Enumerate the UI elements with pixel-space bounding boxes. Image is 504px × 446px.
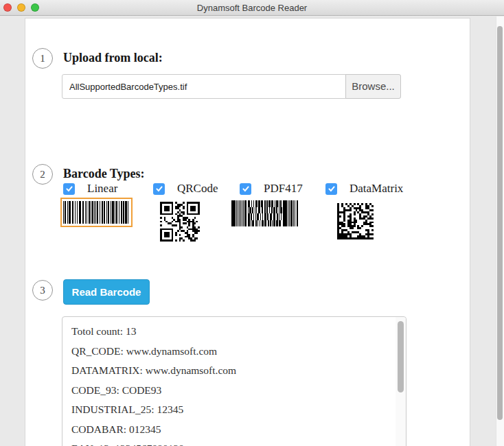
file-path-input[interactable] bbox=[62, 74, 346, 99]
check-icon bbox=[65, 185, 73, 193]
check-icon bbox=[328, 185, 336, 193]
window-title: Dynamsoft Barcode Reader bbox=[0, 0, 504, 16]
linear-checkbox[interactable] bbox=[63, 183, 75, 195]
linear-barcode-image[interactable] bbox=[60, 198, 133, 227]
results-scrollbar-track[interactable] bbox=[396, 317, 406, 446]
step-3-badge: 3 bbox=[32, 280, 53, 301]
title-bar[interactable]: Dynamsoft Barcode Reader bbox=[0, 0, 504, 16]
step-2-badge: 2 bbox=[32, 164, 53, 185]
checkbox-item-datamatrix[interactable]: DataMatrix bbox=[325, 183, 403, 195]
pdf417-checkbox-label[interactable]: PDF417 bbox=[264, 182, 303, 196]
check-icon bbox=[242, 185, 250, 193]
step-1-badge: 1 bbox=[32, 48, 53, 69]
checkbox-item-linear[interactable]: Linear bbox=[63, 183, 117, 195]
result-line: QR_CODE: www.dynamsoft.com bbox=[71, 344, 392, 364]
result-line: INDUSTRIAL_25: 12345 bbox=[71, 402, 392, 422]
step-1-label: Upload from local: bbox=[63, 51, 163, 65]
result-line: EAN_13: 1234567890128 bbox=[71, 441, 392, 446]
check-icon bbox=[155, 185, 163, 193]
step-2-label: Barcode Types: bbox=[63, 167, 145, 181]
pdf417-barcode-image[interactable] bbox=[231, 200, 298, 226]
datamatrix-barcode-image[interactable] bbox=[336, 203, 374, 239]
result-line: CODABAR: 012345 bbox=[71, 422, 392, 442]
browse-button[interactable]: Browse... bbox=[345, 74, 401, 99]
pdf417-checkbox[interactable] bbox=[240, 183, 251, 195]
result-line: Totol count: 13 bbox=[71, 324, 392, 344]
results-scrollbar-thumb[interactable] bbox=[398, 321, 404, 392]
linear-checkbox-label[interactable]: Linear bbox=[87, 182, 117, 196]
checkbox-item-qrcode[interactable]: QRCode bbox=[153, 183, 218, 195]
qrcode-barcode-image[interactable] bbox=[160, 202, 200, 242]
result-line: DATAMATRIX: www.dynamsoft.com bbox=[71, 363, 392, 383]
read-barcode-button[interactable]: Read Barcode bbox=[63, 279, 150, 305]
qrcode-checkbox[interactable] bbox=[153, 183, 165, 195]
datamatrix-checkbox[interactable] bbox=[325, 183, 337, 195]
result-line: CODE_93: CODE93 bbox=[71, 383, 392, 403]
results-textarea[interactable]: Totol count: 13 QR_CODE: www.dynamsoft.c… bbox=[62, 316, 406, 446]
datamatrix-checkbox-label[interactable]: DataMatrix bbox=[350, 182, 403, 196]
window-scrollbar-thumb[interactable] bbox=[497, 26, 503, 420]
qrcode-checkbox-label[interactable]: QRCode bbox=[177, 182, 218, 196]
results-text: Totol count: 13 QR_CODE: www.dynamsoft.c… bbox=[71, 324, 392, 446]
checkbox-item-pdf417[interactable]: PDF417 bbox=[240, 183, 303, 195]
